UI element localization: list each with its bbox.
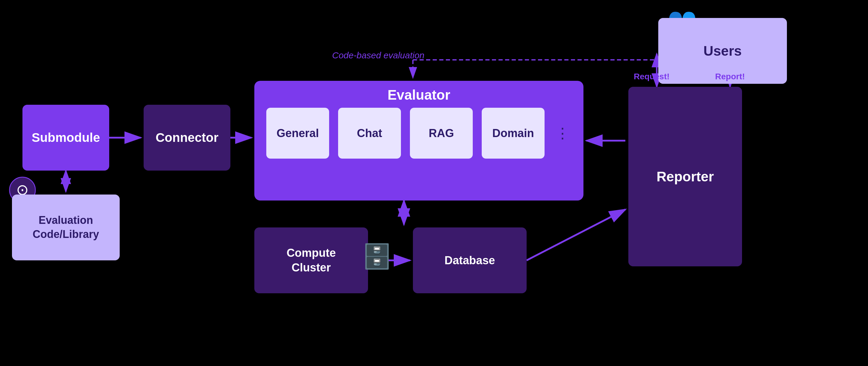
- users-label: Users: [704, 43, 742, 59]
- evaluator-box: Evaluator General Chat RAG Domain ⋮: [254, 81, 584, 201]
- database-icon: 🗄️: [362, 242, 392, 271]
- compute-label: ComputeCluster: [287, 246, 336, 275]
- connector-label: Connector: [156, 130, 218, 145]
- reporter-label: Reporter: [656, 169, 714, 185]
- eval-card-domain-label: Domain: [492, 127, 534, 140]
- eval-card-general: General: [266, 108, 329, 159]
- eval-code-label: EvaluationCode/Library: [33, 213, 99, 242]
- eval-card-rag: RAG: [410, 108, 473, 159]
- eval-card-chat: Chat: [338, 108, 401, 159]
- database-label: Database: [445, 254, 495, 267]
- eval-card-domain: Domain: [482, 108, 545, 159]
- eval-card-chat-label: Chat: [357, 127, 382, 140]
- evaluator-cards: General Chat RAG Domain ⋮: [266, 108, 571, 159]
- code-based-label: Code-based evaluation: [332, 50, 425, 60]
- submodule-label: Submodule: [32, 130, 100, 145]
- eval-code-box: EvaluationCode/Library: [12, 194, 120, 261]
- request-label: Request!: [634, 72, 670, 82]
- diagram-container: ⊙ Submodule EvaluationCode/Library Conne…: [0, 0, 868, 366]
- eval-dots: ⋮: [554, 125, 571, 142]
- report-label: Report!: [715, 72, 745, 82]
- svg-line-12: [527, 210, 625, 261]
- reporter-box: Reporter: [628, 87, 742, 266]
- compute-box: ComputeCluster: [254, 227, 368, 293]
- connector-box: Connector: [144, 105, 230, 171]
- eval-card-general-label: General: [276, 127, 319, 140]
- eval-card-rag-label: RAG: [429, 127, 454, 140]
- submodule-box: Submodule: [23, 105, 109, 171]
- evaluator-title: Evaluator: [254, 87, 584, 103]
- database-box: Database: [413, 227, 527, 293]
